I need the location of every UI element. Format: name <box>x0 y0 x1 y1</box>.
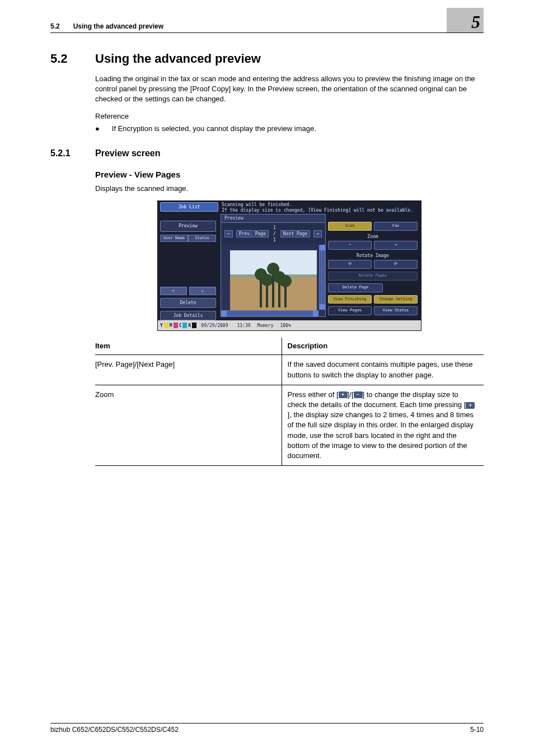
reference-list: ●If Encryption is selected, you cannot d… <box>95 124 484 134</box>
reference-text: If Encryption is selected, you cannot di… <box>112 124 316 134</box>
subsection-title: Preview screen <box>95 148 161 158</box>
table-row: [Prev. Page]/[Next Page] If the saved do… <box>95 355 484 385</box>
screenshot-figure: Job List Scanning will be finished. If t… <box>95 200 484 331</box>
fax-button[interactable]: Fax <box>374 222 418 231</box>
toner-y-label: Y <box>160 323 163 329</box>
delete-page-button[interactable]: Delete Page <box>328 283 383 292</box>
running-head: 5.2 Using the advanced preview <box>50 22 484 33</box>
preview-viewport <box>221 245 326 317</box>
table-cell-description: Press either of [+]/[−] to change the di… <box>282 385 484 465</box>
rotate-image-label: Rotate Image <box>328 253 418 259</box>
view-finishing-button[interactable]: View Finishing <box>328 295 372 304</box>
running-section-number: 5.2 <box>50 22 60 30</box>
reference-label: Reference <box>95 111 484 122</box>
scan-button[interactable]: Scan <box>328 222 372 231</box>
next-arrow-icon[interactable]: → <box>313 230 322 237</box>
footer-product: bizhub C652/C652DS/C552/C552DS/C452 <box>50 726 179 734</box>
rotate-right-button[interactable]: ⟳ <box>374 260 418 269</box>
job-list-button[interactable]: Job List <box>160 202 218 212</box>
toner-m-label: M <box>170 323 172 329</box>
memory-label: Memory <box>257 323 274 329</box>
subsection-heading: 5.2.1Preview screen <box>50 148 484 158</box>
table-cell-item: [Prev. Page]/[Next Page] <box>95 355 282 385</box>
memory-value: 100% <box>280 323 291 329</box>
page-counter: 1 / 1 <box>272 225 277 244</box>
zoom-out-button[interactable]: − <box>328 241 372 250</box>
description-table: Item Description [Prev. Page]/[Next Page… <box>95 338 484 466</box>
table-cell-item: Zoom <box>95 385 282 465</box>
move-up-button[interactable]: ↑ <box>160 287 187 295</box>
lcd-message-line2: If the display size is changed, [View Fi… <box>222 208 413 213</box>
rotate-pages-button: Rotate Pages <box>328 272 418 281</box>
lcd-message-line1: Scanning will be finished. <box>222 202 413 208</box>
zoom-label: Zoom <box>328 234 418 240</box>
footer-page-number: 5-10 <box>470 726 484 734</box>
running-section-title: Using the advanced preview <box>73 22 163 30</box>
move-down-button[interactable]: ↓ <box>189 287 216 295</box>
prev-page-button[interactable]: Prev. Page <box>236 230 269 237</box>
toner-k-label: K <box>188 323 191 329</box>
toner-c-label: C <box>179 323 182 329</box>
prev-arrow-icon[interactable]: ← <box>224 230 233 237</box>
user-name-tab[interactable]: User Name <box>160 235 188 242</box>
table-row: Zoom Press either of [+]/[−] to change t… <box>95 385 484 465</box>
preview-side-button[interactable]: Preview <box>160 221 216 231</box>
intro-paragraph: Loading the original in the fax or scan … <box>95 74 484 105</box>
toner-indicator: Y M C K <box>160 323 196 329</box>
preview-image <box>230 250 317 311</box>
zoom-in-icon: + <box>466 402 475 409</box>
change-setting-button[interactable]: Change Setting <box>374 295 418 304</box>
chapter-number-badge: 5 <box>447 8 484 32</box>
lcd-panel: Job List Scanning will be finished. If t… <box>157 200 421 331</box>
table-header-description: Description <box>282 338 484 355</box>
zoom-in-icon: + <box>339 391 348 398</box>
lcd-message: Scanning will be finished. If the displa… <box>218 202 413 213</box>
next-page-button[interactable]: Next Page <box>280 230 310 237</box>
reference-item: ●If Encryption is selected, you cannot d… <box>95 124 484 134</box>
preview-tab[interactable]: Preview <box>221 214 326 222</box>
job-details-button[interactable]: Job Details <box>160 311 216 320</box>
preview-view-pages-caption: Displays the scanned image. <box>95 184 484 194</box>
preview-view-pages-heading: Preview - View Pages <box>95 169 484 180</box>
vertical-scrollbar[interactable] <box>319 245 325 310</box>
section-title: Using the advanced preview <box>95 52 261 66</box>
table-header-item: Item <box>95 338 282 355</box>
bullet-icon: ● <box>95 124 100 134</box>
page-footer: bizhub C652/C652DS/C552/C552DS/C452 5-10 <box>50 723 484 734</box>
rotate-left-button[interactable]: ⟲ <box>328 260 372 269</box>
zoom-in-button[interactable]: ＋ <box>374 241 418 250</box>
section-number: 5.2 <box>50 52 95 66</box>
subsection-number: 5.2.1 <box>50 148 95 158</box>
view-pages-button[interactable]: View Pages <box>328 306 372 315</box>
zoom-out-icon: − <box>354 391 363 398</box>
horizontal-scrollbar[interactable] <box>221 310 318 316</box>
view-status-button[interactable]: View Status <box>374 306 418 315</box>
status-time: 13:39 <box>237 323 250 329</box>
delete-button[interactable]: Delete <box>160 298 216 307</box>
status-date: 09/29/2009 <box>201 323 228 329</box>
table-cell-description: If the saved document contains multiple … <box>282 355 484 385</box>
section-heading: 5.2Using the advanced preview <box>50 52 484 66</box>
status-tab[interactable]: Status <box>188 235 216 242</box>
